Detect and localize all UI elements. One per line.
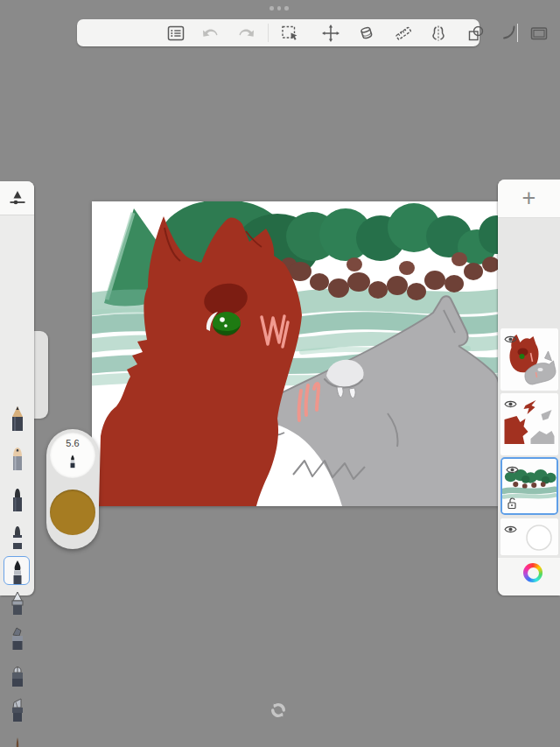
fill-tool-button[interactable] (352, 19, 382, 46)
frame-icon (528, 23, 550, 44)
tool-angled-brush[interactable] (0, 694, 34, 723)
tool-soft-pencil[interactable] (0, 442, 34, 472)
add-layer-button[interactable]: + (498, 180, 560, 218)
symmetry-tool-button[interactable] (424, 19, 453, 46)
undo-arrow-icon (200, 23, 221, 44)
top-toolbar (77, 19, 480, 46)
canvas-artwork (92, 201, 499, 506)
list-icon (165, 23, 186, 44)
select-tool-button[interactable] (275, 19, 304, 46)
brush-size-popup: 5.6 (46, 429, 99, 549)
toolbar-divider (268, 24, 269, 42)
round-brush-icon (8, 558, 27, 584)
brush-settings-icon (7, 187, 28, 208)
cone-tool-icon (8, 588, 27, 615)
layer-visibility-eye-icon[interactable] (504, 332, 517, 342)
layer-visibility-eye-icon[interactable] (504, 397, 517, 406)
tool-chalk-marker[interactable] (0, 521, 34, 551)
tool-smudge-cone[interactable] (0, 587, 34, 617)
tool-wide-brush[interactable] (0, 659, 34, 688)
move-tool-button[interactable] (316, 19, 346, 46)
tool-pencil[interactable] (0, 403, 34, 433)
curve-tool-button[interactable] (494, 19, 524, 46)
soft-pencil-icon (8, 444, 27, 470)
marker-icon (8, 485, 27, 511)
brush-settings-button[interactable] (0, 181, 34, 215)
tool-fine-liner[interactable] (0, 734, 34, 747)
layer-unlock-icon[interactable] (507, 497, 517, 510)
brush-sidebar (0, 181, 34, 595)
chalk-marker-icon (8, 523, 27, 549)
fine-liner-icon (8, 736, 27, 747)
drawing-app-window: { "window": { "background_color": "#8a8a… (0, 0, 560, 747)
layer-visibility-eye-icon[interactable] (506, 462, 519, 472)
undo-button[interactable] (196, 19, 226, 46)
toolbar-divider (517, 24, 518, 42)
flat-marker-icon (8, 624, 27, 650)
ruler-icon (393, 23, 414, 44)
rotate-canvas-button[interactable] (270, 701, 287, 719)
layer-thumbnail-1[interactable] (500, 328, 558, 391)
symmetry-icon (428, 23, 449, 44)
drag-handle-dots-icon[interactable] (270, 6, 294, 11)
current-color-swatch[interactable] (50, 490, 95, 535)
redo-arrow-icon (235, 23, 256, 44)
ruler-tool-button[interactable] (388, 19, 418, 46)
tool-flat-marker[interactable] (0, 622, 34, 652)
layers-panel: + (498, 180, 560, 595)
layer-thumbnail-2[interactable] (500, 393, 558, 455)
shapes-icon (466, 23, 486, 44)
round-brush-icon (67, 449, 78, 472)
brush-size-value: 5.6 (66, 438, 79, 448)
pencil-icon (8, 405, 27, 431)
paint-bucket-icon (356, 23, 377, 44)
color-wheel-icon[interactable] (523, 563, 542, 582)
drawing-canvas[interactable] (92, 201, 499, 506)
canvas-format-button[interactable] (524, 19, 554, 46)
rotate-canvas-icon (270, 701, 287, 719)
move-arrows-icon (320, 23, 341, 44)
tool-round-brush[interactable] (0, 556, 34, 586)
angled-brush-icon (8, 695, 27, 722)
add-layer-label: + (522, 185, 536, 212)
brush-size-control[interactable]: 5.6 (50, 433, 95, 478)
tool-marker[interactable] (0, 483, 34, 513)
wide-brush-icon (8, 660, 27, 687)
shapes-tool-button[interactable] (461, 19, 491, 46)
menu-button[interactable] (161, 19, 191, 46)
layers-panel-footer (498, 558, 560, 595)
marquee-select-icon (279, 23, 300, 44)
redo-button[interactable] (231, 19, 261, 46)
layer-thumbnail-3-selected[interactable] (500, 457, 558, 515)
layer-visibility-eye-icon[interactable] (504, 522, 517, 532)
layer-thumbnail-4[interactable] (500, 518, 558, 555)
